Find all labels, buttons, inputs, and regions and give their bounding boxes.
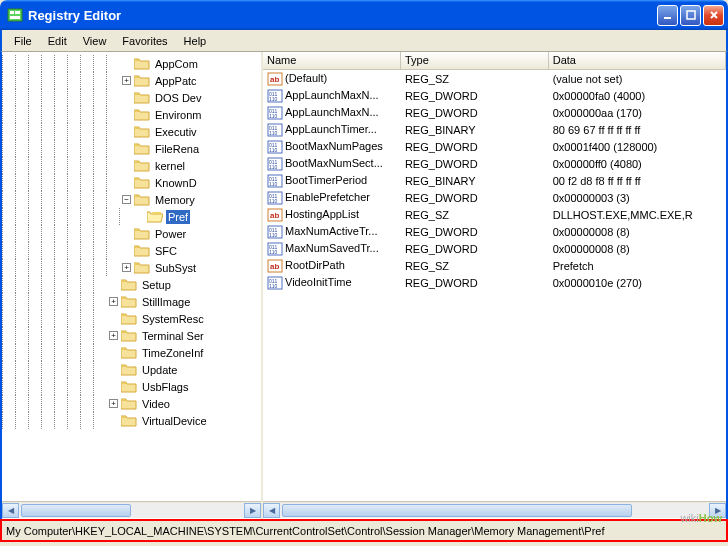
- tree-row[interactable]: KnownD: [2, 174, 261, 191]
- tree-toggle[interactable]: −: [122, 195, 131, 204]
- tree-row[interactable]: Setup: [2, 276, 261, 293]
- tree-row[interactable]: −Memory: [2, 191, 261, 208]
- value-name: BootMaxNumPages: [285, 139, 383, 151]
- column-name[interactable]: Name: [263, 52, 401, 69]
- tree-label[interactable]: Pref: [166, 210, 190, 224]
- tree-toggle[interactable]: +: [109, 331, 118, 340]
- tree-row[interactable]: Executiv: [2, 123, 261, 140]
- list-row[interactable]: 011110BootMaxNumPagesREG_DWORD0x0001f400…: [263, 138, 726, 155]
- binary-value-icon: 011110: [267, 241, 283, 257]
- tree-label[interactable]: Environm: [153, 108, 203, 122]
- scroll-thumb[interactable]: [282, 504, 632, 517]
- list-row[interactable]: ab(Default)REG_SZ(value not set): [263, 70, 726, 87]
- list-row[interactable]: 011110VideoInitTimeREG_DWORD0x0000010e (…: [263, 274, 726, 291]
- value-name: VideoInitTime: [285, 275, 352, 287]
- tree-label[interactable]: KnownD: [153, 176, 199, 190]
- list-row[interactable]: abRootDirPathREG_SZPrefetch: [263, 257, 726, 274]
- tree-body[interactable]: AppCom+AppPatcDOS DevEnvironmExecutivFil…: [2, 52, 261, 501]
- list-row[interactable]: 011110MaxNumSavedTr...REG_DWORD0x0000000…: [263, 240, 726, 257]
- scroll-left-button[interactable]: ◀: [263, 503, 280, 518]
- list-row[interactable]: abHostingAppListREG_SZDLLHOST.EXE,MMC.EX…: [263, 206, 726, 223]
- tree-row[interactable]: Update: [2, 361, 261, 378]
- tree-label[interactable]: SubSyst: [153, 261, 198, 275]
- value-type: REG_SZ: [401, 72, 549, 86]
- tree-toggle[interactable]: +: [109, 297, 118, 306]
- list-row[interactable]: 011110AppLaunchMaxN...REG_DWORD0x00000fa…: [263, 87, 726, 104]
- menu-favorites[interactable]: Favorites: [114, 33, 175, 49]
- string-value-icon: ab: [267, 258, 283, 274]
- menu-view[interactable]: View: [75, 33, 115, 49]
- tree-row[interactable]: AppCom: [2, 55, 261, 72]
- list-row[interactable]: 011110EnablePrefetcherREG_DWORD0x0000000…: [263, 189, 726, 206]
- tree-label[interactable]: Memory: [153, 193, 197, 207]
- tree-label[interactable]: Setup: [140, 278, 173, 292]
- tree-row[interactable]: FileRena: [2, 140, 261, 157]
- tree-row[interactable]: +Video: [2, 395, 261, 412]
- content-area: AppCom+AppPatcDOS DevEnvironmExecutivFil…: [0, 52, 728, 519]
- column-data[interactable]: Data: [549, 52, 726, 69]
- tree-label[interactable]: AppCom: [153, 57, 200, 71]
- tree-row[interactable]: TimeZoneInf: [2, 344, 261, 361]
- tree-row[interactable]: UsbFlags: [2, 378, 261, 395]
- tree-row[interactable]: SystemResc: [2, 310, 261, 327]
- tree-label[interactable]: StillImage: [140, 295, 192, 309]
- value-data: Prefetch: [549, 259, 726, 273]
- tree-row[interactable]: Environm: [2, 106, 261, 123]
- tree-row[interactable]: kernel: [2, 157, 261, 174]
- tree-label[interactable]: UsbFlags: [140, 380, 190, 394]
- tree-row[interactable]: +StillImage: [2, 293, 261, 310]
- scroll-thumb[interactable]: [21, 504, 131, 517]
- tree-toggle[interactable]: +: [122, 263, 131, 272]
- string-value-icon: ab: [267, 207, 283, 223]
- tree-row[interactable]: Pref: [2, 208, 261, 225]
- value-name: BootTimerPeriod: [285, 173, 367, 185]
- value-type: REG_DWORD: [401, 157, 549, 171]
- value-data: 0x0000010e (270): [549, 276, 726, 290]
- tree-label[interactable]: DOS Dev: [153, 91, 203, 105]
- tree-label[interactable]: Executiv: [153, 125, 199, 139]
- tree-label[interactable]: AppPatc: [153, 74, 199, 88]
- tree-toggle[interactable]: +: [122, 76, 131, 85]
- tree-label[interactable]: kernel: [153, 159, 187, 173]
- minimize-button[interactable]: [657, 5, 678, 26]
- tree-row[interactable]: Power: [2, 225, 261, 242]
- scroll-right-button[interactable]: ▶: [244, 503, 261, 518]
- list-hscroll[interactable]: ◀ ▶: [263, 501, 726, 518]
- maximize-button[interactable]: [680, 5, 701, 26]
- tree-label[interactable]: FileRena: [153, 142, 201, 156]
- scroll-track[interactable]: [19, 503, 244, 518]
- menu-help[interactable]: Help: [176, 33, 215, 49]
- tree-row[interactable]: +SubSyst: [2, 259, 261, 276]
- tree-hscroll[interactable]: ◀ ▶: [2, 501, 261, 518]
- scroll-track[interactable]: [280, 503, 709, 518]
- tree-row[interactable]: SFC: [2, 242, 261, 259]
- tree-row[interactable]: +Terminal Ser: [2, 327, 261, 344]
- list-row[interactable]: 011110AppLaunchTimer...REG_BINARY80 69 6…: [263, 121, 726, 138]
- tree-label[interactable]: Power: [153, 227, 188, 241]
- svg-text:ab: ab: [270, 211, 279, 220]
- tree-label[interactable]: TimeZoneInf: [140, 346, 205, 360]
- tree-row[interactable]: DOS Dev: [2, 89, 261, 106]
- scroll-left-button[interactable]: ◀: [2, 503, 19, 518]
- tree-toggle[interactable]: +: [109, 399, 118, 408]
- list-row[interactable]: 011110BootMaxNumSect...REG_DWORD0x00000f…: [263, 155, 726, 172]
- tree-label[interactable]: SystemResc: [140, 312, 206, 326]
- menu-file[interactable]: File: [6, 33, 40, 49]
- tree-label[interactable]: VirtualDevice: [140, 414, 209, 428]
- list-row[interactable]: 011110AppLaunchMaxN...REG_DWORD0x000000a…: [263, 104, 726, 121]
- tree-label[interactable]: SFC: [153, 244, 179, 258]
- tree-row[interactable]: +AppPatc: [2, 72, 261, 89]
- list-row[interactable]: 011110MaxNumActiveTr...REG_DWORD0x000000…: [263, 223, 726, 240]
- list-body[interactable]: ab(Default)REG_SZ(value not set)011110Ap…: [263, 70, 726, 501]
- close-button[interactable]: [703, 5, 724, 26]
- value-type: REG_SZ: [401, 259, 549, 273]
- tree-label[interactable]: Video: [140, 397, 172, 411]
- tree-label[interactable]: Update: [140, 363, 179, 377]
- binary-value-icon: 011110: [267, 88, 283, 104]
- menu-edit[interactable]: Edit: [40, 33, 75, 49]
- column-type[interactable]: Type: [401, 52, 549, 69]
- statusbar-path: My Computer\HKEY_LOCAL_MACHINE\SYSTEM\Cu…: [6, 525, 605, 537]
- list-row[interactable]: 011110BootTimerPeriodREG_BINARY00 f2 d8 …: [263, 172, 726, 189]
- tree-label[interactable]: Terminal Ser: [140, 329, 206, 343]
- tree-row[interactable]: VirtualDevice: [2, 412, 261, 429]
